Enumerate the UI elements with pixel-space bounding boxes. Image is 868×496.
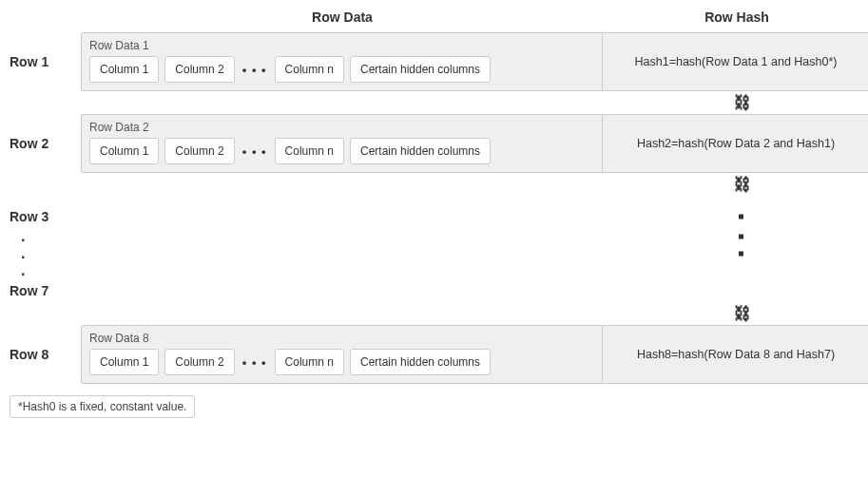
- link-2-3: ⛓: [81, 173, 868, 196]
- row-1-data-label: Row Data 1: [89, 39, 594, 52]
- hash-chain-diagram: Row Data Row Hash Row 1 Row Data 1 Colum…: [10, 10, 858, 384]
- ellipsis-marker: [81, 209, 868, 224]
- hidden-columns: Certain hidden columns: [350, 138, 491, 164]
- row-2-label: Row 2: [10, 136, 81, 151]
- ellipsis-spacer: [81, 263, 868, 278]
- row-1-box: Row Data 1 Column 1 Column 2 • • • Colum…: [81, 32, 868, 91]
- ellipsis-spacer: [81, 283, 868, 298]
- row-8-hash: Hash8=hash(Row Data 8 and Hash7): [603, 326, 868, 383]
- row-8-label: Row 8: [10, 347, 81, 362]
- row-8-columns: Column 1 Column 2 • • • Column n Certain…: [89, 349, 594, 375]
- ellipsis-dot: .: [10, 245, 81, 262]
- vertical-dot: .: [10, 249, 81, 258]
- hidden-columns: Certain hidden columns: [350, 56, 491, 83]
- column-2: Column 2: [164, 56, 234, 83]
- header-row-data: Row Data: [81, 10, 604, 32]
- columns-ellipsis: • • •: [241, 355, 269, 370]
- column-1: Column 1: [89, 56, 159, 83]
- spacer: [10, 196, 868, 205]
- link-1-2: ⛓: [81, 91, 868, 114]
- columns-ellipsis: • • •: [241, 144, 269, 159]
- footnote: *Hash0 is a fixed, constant value.: [10, 395, 195, 418]
- row-2-data: Row Data 2 Column 1 Column 2 • • • Colum…: [82, 115, 603, 172]
- ellipsis-marker: [81, 229, 868, 244]
- vertical-dot: .: [10, 232, 81, 241]
- column-1: Column 1: [89, 138, 159, 164]
- row-2-columns: Column 1 Column 2 • • • Column n Certain…: [89, 138, 594, 164]
- row-3-label: Row 3: [10, 209, 81, 224]
- row-2-box: Row Data 2 Column 1 Column 2 • • • Colum…: [81, 114, 868, 173]
- vertical-dot: .: [10, 266, 81, 276]
- column-2: Column 2: [164, 349, 234, 375]
- column-2: Column 2: [164, 138, 234, 164]
- row-7-label: Row 7: [10, 283, 81, 298]
- column-1: Column 1: [89, 349, 159, 375]
- chain-link-icon: ⛓: [734, 304, 751, 324]
- ellipsis-row-top: Row 3: [10, 205, 81, 228]
- row-1-data: Row Data 1 Column 1 Column 2 • • • Colum…: [82, 33, 603, 90]
- header-row-hash: Row Hash: [604, 10, 868, 32]
- ellipsis-dot: .: [10, 228, 81, 245]
- row-1-hash: Hash1=hash(Row Data 1 and Hash0*): [603, 33, 868, 90]
- row-2-hash: Hash2=hash(Row Data 2 and Hash1): [603, 115, 868, 172]
- row-1-columns: Column 1 Column 2 • • • Column n Certain…: [89, 56, 594, 83]
- row-8-box: Row Data 8 Column 1 Column 2 • • • Colum…: [81, 325, 868, 384]
- row-8-data: Row Data 8 Column 1 Column 2 • • • Colum…: [82, 326, 603, 383]
- square-dot-icon: [739, 235, 743, 239]
- ellipsis-dot: .: [10, 262, 81, 279]
- ellipsis-marker: [81, 246, 868, 261]
- column-n: Column n: [275, 56, 344, 83]
- columns-ellipsis: • • •: [241, 63, 269, 77]
- chain-link-icon: ⛓: [734, 175, 751, 195]
- link-7-8: ⛓: [81, 302, 868, 325]
- square-dot-icon: [739, 252, 743, 257]
- row-2-data-label: Row Data 2: [89, 121, 594, 134]
- row-1-label: Row 1: [10, 54, 81, 69]
- column-n: Column n: [275, 349, 344, 375]
- chain-link-icon: ⛓: [734, 93, 751, 113]
- column-n: Column n: [275, 138, 344, 164]
- ellipsis-row-bottom: Row 7: [10, 279, 81, 302]
- row-8-data-label: Row Data 8: [89, 332, 594, 345]
- hidden-columns: Certain hidden columns: [350, 349, 491, 375]
- square-dot-icon: [739, 215, 743, 219]
